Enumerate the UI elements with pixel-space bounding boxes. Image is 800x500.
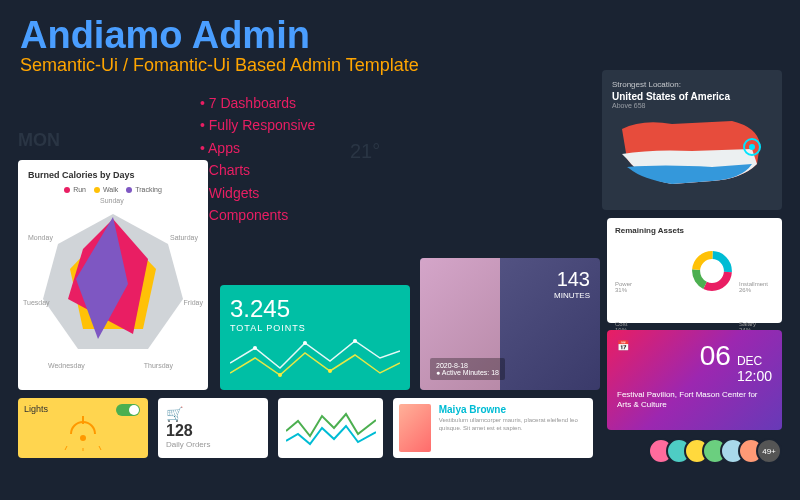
minutes-stats: 2020-8-18 ● Active Minutes: 18 bbox=[430, 358, 505, 380]
legend-dot-walk bbox=[94, 187, 100, 193]
bg-temp-label: 21° bbox=[350, 140, 380, 163]
calories-legend: Run Walk Tracking bbox=[28, 186, 198, 193]
legend-dot-run bbox=[64, 187, 70, 193]
orders-value: 128 bbox=[166, 422, 260, 440]
svg-line-19 bbox=[99, 446, 101, 450]
cart-icon: 🛒 bbox=[166, 406, 260, 422]
usa-map-icon bbox=[612, 109, 772, 199]
lamp-icon bbox=[63, 416, 103, 451]
svg-point-8 bbox=[353, 339, 357, 343]
location-name: United States of America bbox=[612, 91, 772, 102]
profile-avatar bbox=[399, 404, 431, 452]
assets-donut-chart bbox=[691, 241, 733, 301]
event-time: 12:00 bbox=[737, 368, 772, 384]
location-card[interactable]: Strongest Location: United States of Ame… bbox=[602, 70, 782, 210]
svg-point-10 bbox=[328, 369, 332, 373]
svg-point-6 bbox=[253, 346, 257, 350]
event-month: DEC bbox=[737, 354, 772, 368]
calories-title: Burned Calories by Days bbox=[28, 170, 198, 180]
svg-point-5 bbox=[749, 144, 755, 150]
event-card[interactable]: 📅 06 DEC 12:00 Festival Pavilion, Fort M… bbox=[607, 330, 782, 430]
lights-card[interactable]: Lights bbox=[18, 398, 148, 458]
profile-name: Maiya Browne bbox=[439, 404, 587, 415]
hero-title: Andiamo Admin bbox=[20, 14, 780, 57]
orders-card[interactable]: 🛒 128 Daily Orders bbox=[158, 398, 268, 458]
location-header: Strongest Location: bbox=[612, 80, 772, 89]
sparkline-card[interactable] bbox=[278, 398, 383, 458]
radar-chart: Sunday Saturday Friday Thursday Wednesda… bbox=[28, 199, 198, 369]
bg-day-label: MON bbox=[18, 130, 60, 151]
svg-point-16 bbox=[80, 435, 86, 441]
assets-card[interactable]: Remaining Assets Power31% Cost19% Instal… bbox=[607, 218, 782, 323]
sparkline-chart bbox=[286, 406, 376, 450]
svg-point-7 bbox=[303, 341, 307, 345]
svg-point-9 bbox=[278, 373, 282, 377]
points-card[interactable]: 3.245 TOTAL POINTS bbox=[220, 285, 410, 390]
lights-toggle[interactable] bbox=[116, 404, 140, 416]
avatar-more[interactable]: 49+ bbox=[756, 438, 782, 464]
legend-dot-tracking bbox=[126, 187, 132, 193]
points-value: 3.245 bbox=[230, 295, 400, 323]
minutes-card[interactable]: 143 MINUTES 2020-8-18 ● Active Minutes: … bbox=[420, 258, 600, 390]
orders-label: Daily Orders bbox=[166, 440, 260, 449]
profile-bio: Vestibulum ullamcorper mauris, placerat … bbox=[439, 417, 587, 433]
avatar-group[interactable]: 49+ bbox=[648, 438, 782, 464]
event-venue: Festival Pavilion, Fort Mason Center for… bbox=[617, 390, 772, 411]
assets-title: Remaining Assets bbox=[615, 226, 774, 235]
svg-line-17 bbox=[65, 446, 67, 450]
event-day: 06 bbox=[700, 340, 731, 372]
profile-card[interactable]: Maiya Browne Vestibulum ullamcorper maur… bbox=[393, 398, 593, 458]
calendar-icon: 📅 bbox=[617, 340, 629, 351]
points-label: TOTAL POINTS bbox=[230, 323, 400, 333]
location-sub: Above 658 bbox=[612, 102, 772, 109]
points-chart bbox=[230, 333, 400, 388]
calories-card[interactable]: Burned Calories by Days Run Walk Trackin… bbox=[18, 160, 208, 390]
